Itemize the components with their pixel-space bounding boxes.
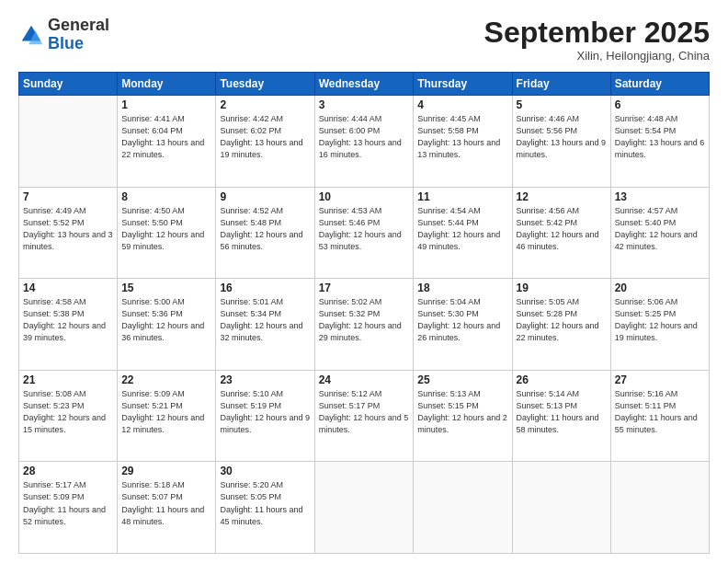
day-number: 22 [121, 373, 211, 386]
week-row-5: 28Sunrise: 5:17 AM Sunset: 5:09 PM Dayli… [19, 462, 710, 554]
calendar-cell: 8Sunrise: 4:50 AM Sunset: 5:50 PM Daylig… [118, 187, 216, 279]
location-subtitle: Xilin, Heilongjiang, China [484, 49, 710, 63]
calendar-cell [19, 96, 118, 188]
calendar-cell: 16Sunrise: 5:01 AM Sunset: 5:34 PM Dayli… [216, 279, 314, 371]
day-number: 23 [220, 373, 310, 386]
calendar-cell: 6Sunrise: 4:48 AM Sunset: 5:54 PM Daylig… [610, 96, 709, 188]
day-detail: Sunrise: 5:05 AM Sunset: 5:28 PM Dayligh… [517, 296, 607, 344]
day-detail: Sunrise: 4:54 AM Sunset: 5:44 PM Dayligh… [417, 205, 507, 253]
header-friday: Friday [512, 73, 610, 96]
calendar-cell: 1Sunrise: 4:41 AM Sunset: 6:04 PM Daylig… [118, 96, 216, 188]
calendar-cell [512, 462, 610, 554]
day-number: 27 [615, 373, 705, 386]
logo-general: General [48, 16, 109, 34]
calendar-cell: 11Sunrise: 4:54 AM Sunset: 5:44 PM Dayli… [414, 187, 512, 279]
calendar-cell: 20Sunrise: 5:06 AM Sunset: 5:25 PM Dayli… [610, 279, 709, 371]
day-number: 4 [417, 98, 507, 111]
calendar-cell: 26Sunrise: 5:14 AM Sunset: 5:13 PM Dayli… [512, 370, 610, 462]
calendar-cell: 14Sunrise: 4:58 AM Sunset: 5:38 PM Dayli… [19, 279, 118, 371]
day-detail: Sunrise: 5:10 AM Sunset: 5:19 PM Dayligh… [220, 388, 310, 436]
calendar-cell: 15Sunrise: 5:00 AM Sunset: 5:36 PM Dayli… [118, 279, 216, 371]
day-detail: Sunrise: 5:09 AM Sunset: 5:21 PM Dayligh… [121, 388, 211, 436]
week-row-4: 21Sunrise: 5:08 AM Sunset: 5:23 PM Dayli… [19, 370, 710, 462]
calendar-cell: 7Sunrise: 4:49 AM Sunset: 5:52 PM Daylig… [19, 187, 118, 279]
logo-icon [18, 22, 44, 48]
day-detail: Sunrise: 4:56 AM Sunset: 5:42 PM Dayligh… [517, 205, 607, 253]
day-number: 12 [517, 190, 607, 203]
calendar-cell: 4Sunrise: 4:45 AM Sunset: 5:58 PM Daylig… [414, 96, 512, 188]
calendar-cell: 2Sunrise: 4:42 AM Sunset: 6:02 PM Daylig… [216, 96, 314, 188]
day-number: 30 [220, 465, 310, 477]
calendar-cell: 19Sunrise: 5:05 AM Sunset: 5:28 PM Dayli… [512, 279, 610, 371]
calendar-cell: 29Sunrise: 5:18 AM Sunset: 5:07 PM Dayli… [118, 462, 216, 554]
day-number: 11 [417, 190, 507, 203]
calendar-cell: 3Sunrise: 4:44 AM Sunset: 6:00 PM Daylig… [314, 96, 414, 188]
day-number: 13 [615, 190, 705, 203]
calendar-table: Sunday Monday Tuesday Wednesday Thursday… [18, 72, 710, 554]
day-detail: Sunrise: 5:20 AM Sunset: 5:05 PM Dayligh… [220, 479, 310, 527]
day-number: 16 [220, 282, 310, 294]
day-detail: Sunrise: 4:49 AM Sunset: 5:52 PM Dayligh… [23, 205, 113, 253]
calendar-cell: 24Sunrise: 5:12 AM Sunset: 5:17 PM Dayli… [314, 370, 414, 462]
header-wednesday: Wednesday [314, 73, 414, 96]
day-detail: Sunrise: 5:16 AM Sunset: 5:11 PM Dayligh… [615, 388, 705, 436]
day-detail: Sunrise: 4:45 AM Sunset: 5:58 PM Dayligh… [417, 113, 507, 161]
calendar-cell [610, 462, 709, 554]
day-detail: Sunrise: 4:44 AM Sunset: 6:00 PM Dayligh… [319, 113, 410, 161]
day-detail: Sunrise: 4:53 AM Sunset: 5:46 PM Dayligh… [319, 205, 410, 253]
logo: General Blue [18, 17, 109, 53]
calendar-cell: 25Sunrise: 5:13 AM Sunset: 5:15 PM Dayli… [414, 370, 512, 462]
day-detail: Sunrise: 4:46 AM Sunset: 5:56 PM Dayligh… [517, 113, 607, 161]
header-saturday: Saturday [610, 73, 709, 96]
day-number: 29 [121, 465, 211, 477]
weekday-header-row: Sunday Monday Tuesday Wednesday Thursday… [19, 73, 710, 96]
calendar-cell: 23Sunrise: 5:10 AM Sunset: 5:19 PM Dayli… [216, 370, 314, 462]
calendar-cell: 10Sunrise: 4:53 AM Sunset: 5:46 PM Dayli… [314, 187, 414, 279]
calendar-cell [314, 462, 414, 554]
day-detail: Sunrise: 4:52 AM Sunset: 5:48 PM Dayligh… [220, 205, 310, 253]
day-number: 20 [615, 282, 705, 294]
calendar-cell: 28Sunrise: 5:17 AM Sunset: 5:09 PM Dayli… [19, 462, 118, 554]
day-detail: Sunrise: 5:12 AM Sunset: 5:17 PM Dayligh… [319, 388, 410, 436]
day-number: 25 [417, 373, 507, 386]
day-number: 21 [23, 373, 113, 386]
calendar-cell [414, 462, 512, 554]
calendar-cell: 22Sunrise: 5:09 AM Sunset: 5:21 PM Dayli… [118, 370, 216, 462]
header-monday: Monday [118, 73, 216, 96]
day-number: 24 [319, 373, 410, 386]
week-row-1: 1Sunrise: 4:41 AM Sunset: 6:04 PM Daylig… [19, 96, 710, 188]
day-number: 2 [220, 98, 310, 111]
calendar-cell: 9Sunrise: 4:52 AM Sunset: 5:48 PM Daylig… [216, 187, 314, 279]
calendar-cell: 5Sunrise: 4:46 AM Sunset: 5:56 PM Daylig… [512, 96, 610, 188]
day-number: 28 [23, 465, 113, 477]
calendar-cell: 21Sunrise: 5:08 AM Sunset: 5:23 PM Dayli… [19, 370, 118, 462]
day-detail: Sunrise: 5:08 AM Sunset: 5:23 PM Dayligh… [23, 388, 113, 436]
day-detail: Sunrise: 5:14 AM Sunset: 5:13 PM Dayligh… [517, 388, 607, 436]
calendar-cell: 27Sunrise: 5:16 AM Sunset: 5:11 PM Dayli… [610, 370, 709, 462]
day-detail: Sunrise: 4:42 AM Sunset: 6:02 PM Dayligh… [220, 113, 310, 161]
day-number: 8 [121, 190, 211, 203]
title-block: September 2025 Xilin, Heilongjiang, Chin… [484, 17, 710, 63]
day-number: 5 [517, 98, 607, 111]
day-detail: Sunrise: 4:57 AM Sunset: 5:40 PM Dayligh… [615, 205, 705, 253]
calendar-cell: 13Sunrise: 4:57 AM Sunset: 5:40 PM Dayli… [610, 187, 709, 279]
day-detail: Sunrise: 4:48 AM Sunset: 5:54 PM Dayligh… [615, 113, 705, 161]
header-tuesday: Tuesday [216, 73, 314, 96]
calendar-cell: 18Sunrise: 5:04 AM Sunset: 5:30 PM Dayli… [414, 279, 512, 371]
page: General Blue September 2025 Xilin, Heilo… [0, 0, 728, 563]
week-row-3: 14Sunrise: 4:58 AM Sunset: 5:38 PM Dayli… [19, 279, 710, 371]
day-detail: Sunrise: 5:17 AM Sunset: 5:09 PM Dayligh… [23, 479, 113, 527]
day-number: 10 [319, 190, 410, 203]
header-thursday: Thursday [414, 73, 512, 96]
month-title: September 2025 [484, 17, 710, 49]
day-number: 15 [121, 282, 211, 294]
day-number: 19 [517, 282, 607, 294]
week-row-2: 7Sunrise: 4:49 AM Sunset: 5:52 PM Daylig… [19, 187, 710, 279]
header: General Blue September 2025 Xilin, Heilo… [18, 17, 710, 63]
day-detail: Sunrise: 5:04 AM Sunset: 5:30 PM Dayligh… [417, 296, 507, 344]
logo-blue: Blue [48, 34, 84, 52]
calendar-cell: 12Sunrise: 4:56 AM Sunset: 5:42 PM Dayli… [512, 187, 610, 279]
day-number: 7 [23, 190, 113, 203]
day-detail: Sunrise: 4:58 AM Sunset: 5:38 PM Dayligh… [23, 296, 113, 344]
day-number: 26 [517, 373, 607, 386]
